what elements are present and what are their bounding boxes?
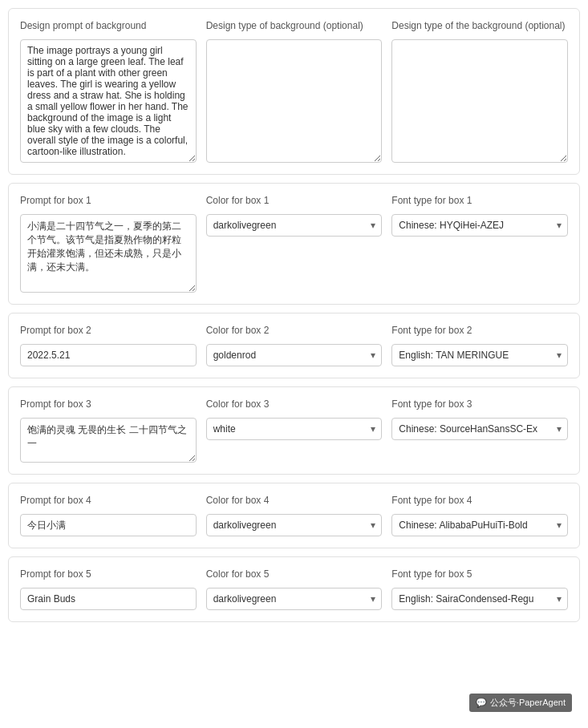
box1-section: Prompt for box 1 Color for box 1 darkoli… — [8, 183, 580, 305]
box4-font-select-wrapper: Chinese: HYQiHei-AZEJ English: TAN MERIN… — [391, 514, 568, 536]
box3-font-select-wrapper: Chinese: HYQiHei-AZEJ English: TAN MERIN… — [391, 418, 568, 440]
box2-font-label: Font type for box 2 — [391, 325, 568, 336]
box5-col3: Font type for box 5 Chinese: HYQiHei-AZE… — [391, 568, 568, 610]
background-col2-label: Design type of background (optional) — [206, 20, 383, 31]
box1-col2: Color for box 1 darkolivegreen goldenrod… — [206, 195, 383, 293]
background-col1-label: Design prompt of background — [20, 20, 197, 31]
background-type2-textarea[interactable] — [391, 39, 568, 163]
box2-col2: Color for box 2 darkolivegreen goldenrod… — [206, 325, 383, 366]
box5-prompt-label: Prompt for box 5 — [20, 568, 197, 580]
box4-color-select-wrapper: darkolivegreen goldenrod white black — [206, 514, 383, 536]
box4-section: Prompt for box 4 Color for box 4 darkoli… — [8, 483, 580, 548]
box5-font-select-wrapper: Chinese: HYQiHei-AZEJ English: TAN MERIN… — [391, 588, 568, 610]
box5-font-select[interactable]: Chinese: HYQiHei-AZEJ English: TAN MERIN… — [391, 588, 568, 610]
box3-col3: Font type for box 3 Chinese: HYQiHei-AZE… — [391, 398, 568, 463]
box5-prompt-input[interactable] — [20, 588, 197, 610]
box3-font-select[interactable]: Chinese: HYQiHei-AZEJ English: TAN MERIN… — [391, 418, 568, 440]
box3-col2: Color for box 3 darkolivegreen goldenrod… — [206, 398, 383, 463]
box1-font-select-wrapper: Chinese: HYQiHei-AZEJ English: TAN MERIN… — [391, 214, 568, 237]
box4-col2: Color for box 4 darkolivegreen goldenrod… — [206, 495, 383, 536]
box4-color-label: Color for box 4 — [206, 495, 383, 506]
box5-color-select[interactable]: darkolivegreen goldenrod white black — [206, 588, 383, 610]
box5-col2: Color for box 5 darkolivegreen goldenrod… — [206, 568, 383, 610]
box2-color-label: Color for box 2 — [206, 325, 383, 336]
box4-prompt-label: Prompt for box 4 — [20, 495, 197, 506]
box4-font-label: Font type for box 4 — [391, 495, 568, 506]
background-col3-label: Design type of the background (optional) — [391, 20, 568, 31]
background-col3: Design type of the background (optional) — [391, 20, 568, 163]
box1-prompt-textarea[interactable] — [20, 214, 197, 293]
page-container: Design prompt of background Design type … — [0, 0, 588, 638]
background-col1: Design prompt of background — [20, 20, 197, 163]
box1-prompt-label: Prompt for box 1 — [20, 195, 197, 206]
box2-color-select-wrapper: darkolivegreen goldenrod white black — [206, 344, 383, 366]
box5-section: Prompt for box 5 Color for box 5 darkoli… — [8, 556, 580, 622]
background-prompt-textarea[interactable] — [20, 39, 197, 163]
background-type1-textarea[interactable] — [206, 39, 383, 163]
box2-col1: Prompt for box 2 — [20, 325, 197, 366]
box5-font-label: Font type for box 5 — [391, 568, 568, 580]
box2-col3: Font type for box 2 Chinese: HYQiHei-AZE… — [391, 325, 568, 366]
box3-prompt-textarea[interactable] — [20, 418, 197, 463]
box2-color-select[interactable]: darkolivegreen goldenrod white black — [206, 344, 383, 366]
box2-font-select-wrapper: Chinese: HYQiHei-AZEJ English: TAN MERIN… — [391, 344, 568, 366]
box4-prompt-input[interactable] — [20, 514, 197, 536]
box1-color-select-wrapper: darkolivegreen goldenrod white black — [206, 214, 383, 237]
box3-color-select[interactable]: darkolivegreen goldenrod white black — [206, 418, 383, 440]
box3-prompt-label: Prompt for box 3 — [20, 398, 197, 410]
box5-col1: Prompt for box 5 — [20, 568, 197, 610]
background-section: Design prompt of background Design type … — [8, 8, 580, 175]
box1-color-label: Color for box 1 — [206, 195, 383, 206]
background-col2: Design type of background (optional) — [206, 20, 383, 163]
box4-col1: Prompt for box 4 — [20, 495, 197, 536]
box2-font-select[interactable]: Chinese: HYQiHei-AZEJ English: TAN MERIN… — [391, 344, 568, 366]
box1-color-select[interactable]: darkolivegreen goldenrod white black — [206, 214, 383, 237]
box5-color-label: Color for box 5 — [206, 568, 383, 580]
box1-col3: Font type for box 1 Chinese: HYQiHei-AZE… — [391, 195, 568, 293]
box3-font-label: Font type for box 3 — [391, 398, 568, 410]
box1-col1: Prompt for box 1 — [20, 195, 197, 293]
box3-col1: Prompt for box 3 — [20, 398, 197, 463]
box2-section: Prompt for box 2 Color for box 2 darkoli… — [8, 313, 580, 378]
box3-color-label: Color for box 3 — [206, 398, 383, 410]
box4-font-select[interactable]: Chinese: HYQiHei-AZEJ English: TAN MERIN… — [391, 514, 568, 536]
box3-section: Prompt for box 3 Color for box 3 darkoli… — [8, 386, 580, 475]
box5-color-select-wrapper: darkolivegreen goldenrod white black — [206, 588, 383, 610]
box3-color-select-wrapper: darkolivegreen goldenrod white black — [206, 418, 383, 440]
box4-col3: Font type for box 4 Chinese: HYQiHei-AZE… — [391, 495, 568, 536]
box1-font-select[interactable]: Chinese: HYQiHei-AZEJ English: TAN MERIN… — [391, 214, 568, 237]
box1-font-label: Font type for box 1 — [391, 195, 568, 206]
box2-prompt-input[interactable] — [20, 344, 197, 366]
box2-prompt-label: Prompt for box 2 — [20, 325, 197, 336]
box4-color-select[interactable]: darkolivegreen goldenrod white black — [206, 514, 383, 536]
